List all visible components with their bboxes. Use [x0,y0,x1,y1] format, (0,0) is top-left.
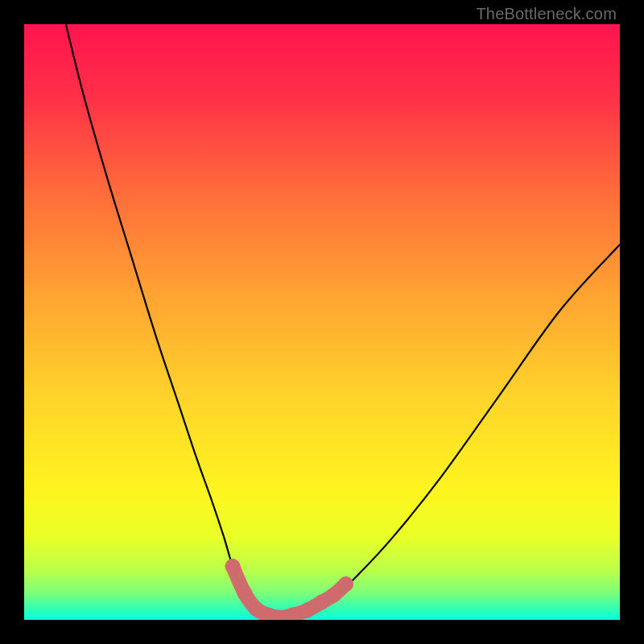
watermark-text: TheBottleneck.com [476,5,617,23]
curve-layer [24,24,620,620]
marker-dot [237,585,252,601]
marker-dot [225,559,241,574]
marker-dot [299,603,315,618]
chart-frame: TheBottleneck.com [0,0,644,644]
plot-area [24,24,620,620]
marker-dot [326,587,341,602]
marker-dot [338,576,353,592]
marker-dots [225,559,354,620]
bottleneck-curve [66,24,620,617]
